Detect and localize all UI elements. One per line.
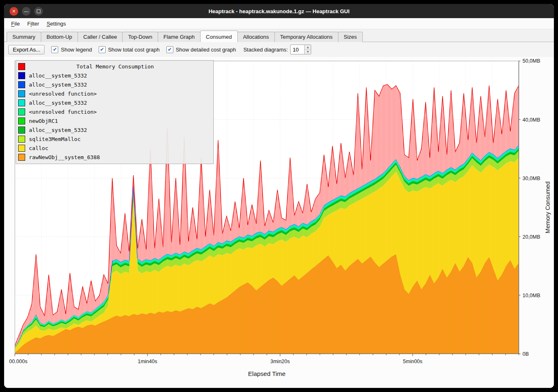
chart-legend: Total Memory Consumption alloc__system_5… bbox=[16, 60, 214, 164]
legend-label: <unresolved function> bbox=[29, 109, 97, 115]
menu-bar: FileFilterSettings bbox=[4, 18, 554, 29]
svg-text:10,0MB: 10,0MB bbox=[523, 293, 540, 298]
legend-swatch bbox=[18, 90, 25, 97]
legend-label: <unresolved function> bbox=[29, 91, 97, 97]
menu-settings[interactable]: Settings bbox=[43, 19, 70, 28]
legend-swatch bbox=[18, 145, 25, 152]
title-bar: ✕ — Heaptrack - heaptrack.wakunode.1.gz … bbox=[4, 4, 554, 18]
svg-text:40,0MB: 40,0MB bbox=[523, 117, 540, 123]
legend-title: Total Memory Consumption bbox=[29, 63, 201, 70]
svg-text:Elapsed Time: Elapsed Time bbox=[248, 370, 286, 377]
checkbox-show-detailed-cost-graph[interactable]: ✔Show detailed cost graph bbox=[166, 46, 236, 53]
tab-summary[interactable]: Summary bbox=[7, 32, 41, 42]
checkbox-box[interactable]: ✔ bbox=[166, 46, 173, 53]
window-controls: ✕ — bbox=[9, 7, 43, 16]
tab-sizes[interactable]: Sizes bbox=[338, 32, 363, 42]
legend-item: calloc bbox=[18, 143, 211, 153]
stacked-diagrams-input[interactable] bbox=[291, 45, 304, 54]
toolbar: Export As... ✔Show legend✔Show total cos… bbox=[4, 42, 554, 57]
tab-consumed[interactable]: Consumed bbox=[200, 31, 238, 42]
legend-label: sqlite3MemMalloc bbox=[29, 136, 80, 142]
legend-label: alloc__system_5332 bbox=[29, 73, 87, 79]
legend-swatch bbox=[18, 72, 25, 79]
menu-file[interactable]: File bbox=[7, 19, 24, 28]
legend-item: rawNewObj__system_6388 bbox=[18, 153, 211, 162]
export-as-button[interactable]: Export As... bbox=[8, 45, 45, 54]
spin-down-button[interactable]: ▼ bbox=[305, 50, 311, 54]
legend-label: alloc__system_5332 bbox=[29, 82, 87, 88]
legend-label: rawNewObj__system_6388 bbox=[29, 154, 100, 160]
checkbox-label: Show total cost graph bbox=[108, 47, 160, 53]
tab-bottom-up[interactable]: Bottom-Up bbox=[41, 32, 78, 42]
tab-bar: SummaryBottom-UpCaller / CalleeTop-DownF… bbox=[4, 29, 554, 42]
tab-caller-callee[interactable]: Caller / Callee bbox=[78, 32, 123, 42]
menu-filter[interactable]: Filter bbox=[24, 19, 43, 28]
svg-text:5min00s: 5min00s bbox=[403, 359, 422, 364]
legend-swatch bbox=[18, 117, 25, 124]
maximize-button[interactable] bbox=[34, 7, 43, 16]
maximize-icon bbox=[37, 9, 40, 13]
checkbox-box[interactable]: ✔ bbox=[51, 46, 58, 53]
legend-title-row: Total Memory Consumption bbox=[18, 62, 211, 71]
checkbox-show-total-cost-graph[interactable]: ✔Show total cost graph bbox=[99, 46, 160, 53]
legend-label: alloc__system_5332 bbox=[29, 100, 87, 106]
legend-title-swatch bbox=[18, 63, 25, 70]
stacked-diagrams-spinbox[interactable]: ▲ ▼ bbox=[290, 45, 311, 54]
legend-swatch bbox=[18, 108, 25, 115]
legend-item: alloc__system_5332 bbox=[18, 125, 211, 134]
checkbox-show-legend[interactable]: ✔Show legend bbox=[51, 46, 92, 53]
svg-text:00.000s: 00.000s bbox=[9, 359, 27, 364]
window-title: Heaptrack - heaptrack.wakunode.1.gz — He… bbox=[4, 8, 554, 14]
legend-swatch bbox=[18, 99, 25, 106]
chart-area: 00.000s1min40s3min20s5min00s0B10,0MB20,0… bbox=[4, 57, 554, 388]
legend-item: alloc__system_5332 bbox=[18, 71, 211, 80]
tab-flame-graph[interactable]: Flame Graph bbox=[158, 32, 201, 42]
svg-text:20,0MB: 20,0MB bbox=[523, 234, 540, 240]
legend-rows: alloc__system_5332alloc__system_5332<unr… bbox=[18, 71, 211, 162]
svg-text:1min40s: 1min40s bbox=[138, 359, 157, 364]
svg-text:0B: 0B bbox=[523, 351, 529, 357]
legend-swatch bbox=[18, 136, 25, 143]
tab-top-down[interactable]: Top-Down bbox=[122, 32, 158, 42]
minimize-button[interactable]: — bbox=[22, 7, 31, 16]
checkbox-box[interactable]: ✔ bbox=[99, 46, 106, 53]
spin-up-button[interactable]: ▲ bbox=[305, 45, 311, 50]
close-button[interactable]: ✕ bbox=[9, 7, 18, 16]
legend-item: <unresolved function> bbox=[18, 89, 211, 98]
legend-item: newObjRC1 bbox=[18, 116, 211, 125]
legend-item: alloc__system_5332 bbox=[18, 98, 211, 107]
svg-text:50,0MB: 50,0MB bbox=[523, 58, 540, 64]
legend-item: sqlite3MemMalloc bbox=[18, 134, 211, 143]
checkbox-label: Show detailed cost graph bbox=[176, 47, 236, 53]
checkbox-group: ✔Show legend✔Show total cost graph✔Show … bbox=[51, 46, 236, 53]
spin-buttons: ▲ ▼ bbox=[304, 45, 311, 54]
tab-temporary-allocations[interactable]: Temporary Allocations bbox=[274, 32, 338, 42]
checkbox-label: Show legend bbox=[61, 47, 92, 53]
legend-item: <unresolved function> bbox=[18, 107, 211, 116]
app-window: ✕ — Heaptrack - heaptrack.wakunode.1.gz … bbox=[4, 4, 554, 388]
legend-swatch bbox=[18, 81, 25, 88]
svg-text:3min20s: 3min20s bbox=[270, 359, 290, 364]
legend-item: alloc__system_5332 bbox=[18, 80, 211, 89]
tab-allocations[interactable]: Allocations bbox=[237, 32, 275, 42]
legend-label: newObjRC1 bbox=[29, 118, 58, 124]
stacked-diagrams-control: Stacked diagrams: ▲ ▼ bbox=[244, 45, 312, 54]
stacked-diagrams-label: Stacked diagrams: bbox=[244, 47, 288, 53]
legend-swatch bbox=[18, 154, 25, 161]
svg-text:Memory Consumed: Memory Consumed bbox=[544, 181, 551, 233]
legend-swatch bbox=[18, 127, 25, 134]
legend-label: alloc__system_5332 bbox=[29, 127, 87, 133]
svg-text:30,0MB: 30,0MB bbox=[523, 176, 540, 181]
legend-label: calloc bbox=[29, 145, 48, 151]
